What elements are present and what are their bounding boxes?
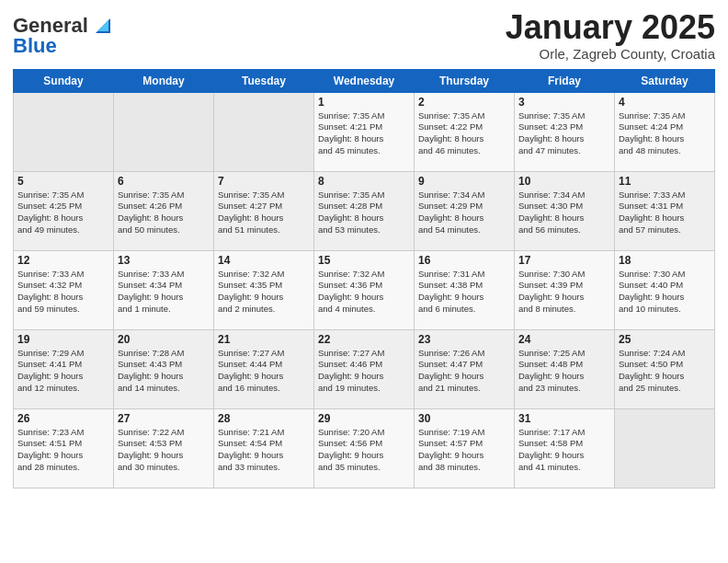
calendar-table: Sunday Monday Tuesday Wednesday Thursday… [13,69,715,488]
cell-info: Sunrise: 7:35 AM Sunset: 4:26 PM Dayligh… [118,190,210,236]
calendar-cell [615,408,715,488]
day-number: 1 [318,96,410,109]
day-number: 27 [118,412,210,425]
calendar-cell: 13Sunrise: 7:33 AM Sunset: 4:34 PM Dayli… [114,250,214,329]
day-number: 7 [218,175,310,188]
day-number: 16 [418,254,510,267]
cell-info: Sunrise: 7:33 AM Sunset: 4:31 PM Dayligh… [619,190,711,236]
location: Orle, Zagreb County, Croatia [506,46,715,62]
calendar-cell: 27Sunrise: 7:22 AM Sunset: 4:53 PM Dayli… [114,408,214,488]
week-row-4: 19Sunrise: 7:29 AM Sunset: 4:41 PM Dayli… [14,329,715,408]
day-number: 26 [17,412,109,425]
day-number: 2 [418,96,510,109]
day-number: 15 [318,254,410,267]
day-number: 20 [118,333,210,346]
calendar-cell: 10Sunrise: 7:34 AM Sunset: 4:30 PM Dayli… [515,171,615,250]
col-friday: Friday [515,69,615,92]
cell-info: Sunrise: 7:35 AM Sunset: 4:27 PM Dayligh… [218,190,310,236]
cell-info: Sunrise: 7:33 AM Sunset: 4:32 PM Dayligh… [17,269,109,316]
calendar-cell: 31Sunrise: 7:17 AM Sunset: 4:58 PM Dayli… [515,408,615,488]
week-row-2: 5Sunrise: 7:35 AM Sunset: 4:25 PM Daylig… [14,171,715,250]
page-container: General Blue January 2025 Orle, Zagreb C… [0,0,728,501]
day-number: 28 [218,412,310,425]
col-saturday: Saturday [615,69,715,92]
cell-info: Sunrise: 7:30 AM Sunset: 4:39 PM Dayligh… [518,269,610,316]
cell-info: Sunrise: 7:26 AM Sunset: 4:47 PM Dayligh… [418,348,510,395]
day-number: 13 [118,254,210,267]
calendar-cell: 6Sunrise: 7:35 AM Sunset: 4:26 PM Daylig… [114,171,214,250]
day-number: 22 [318,333,410,346]
cell-info: Sunrise: 7:31 AM Sunset: 4:38 PM Dayligh… [418,269,510,316]
week-row-3: 12Sunrise: 7:33 AM Sunset: 4:32 PM Dayli… [14,250,715,329]
calendar-header: Sunday Monday Tuesday Wednesday Thursday… [14,69,715,92]
cell-info: Sunrise: 7:34 AM Sunset: 4:30 PM Dayligh… [518,190,610,236]
cell-info: Sunrise: 7:20 AM Sunset: 4:56 PM Dayligh… [318,427,410,474]
calendar-cell: 29Sunrise: 7:20 AM Sunset: 4:56 PM Dayli… [314,408,415,488]
day-number: 8 [318,175,410,188]
day-number: 21 [218,333,310,346]
calendar-cell: 25Sunrise: 7:24 AM Sunset: 4:50 PM Dayli… [615,329,715,408]
cell-info: Sunrise: 7:27 AM Sunset: 4:46 PM Dayligh… [318,348,410,395]
cell-info: Sunrise: 7:32 AM Sunset: 4:36 PM Dayligh… [318,269,410,316]
calendar-cell: 1Sunrise: 7:35 AM Sunset: 4:21 PM Daylig… [314,92,415,171]
day-number: 23 [418,333,510,346]
calendar-cell: 9Sunrise: 7:34 AM Sunset: 4:29 PM Daylig… [415,171,515,250]
cell-info: Sunrise: 7:35 AM Sunset: 4:28 PM Dayligh… [318,190,410,236]
cell-info: Sunrise: 7:27 AM Sunset: 4:44 PM Dayligh… [218,348,310,395]
day-number: 29 [318,412,410,425]
calendar-cell: 23Sunrise: 7:26 AM Sunset: 4:47 PM Dayli… [415,329,515,408]
day-number: 9 [418,175,510,188]
calendar-cell: 24Sunrise: 7:25 AM Sunset: 4:48 PM Dayli… [515,329,615,408]
cell-info: Sunrise: 7:23 AM Sunset: 4:51 PM Dayligh… [17,427,109,474]
calendar-cell: 17Sunrise: 7:30 AM Sunset: 4:39 PM Dayli… [515,250,615,329]
day-number: 3 [518,96,610,109]
day-number: 10 [518,175,610,188]
day-number: 12 [17,254,109,267]
title-block: January 2025 Orle, Zagreb County, Croati… [506,9,715,62]
calendar-cell: 22Sunrise: 7:27 AM Sunset: 4:46 PM Dayli… [314,329,415,408]
calendar-cell: 14Sunrise: 7:32 AM Sunset: 4:35 PM Dayli… [214,250,314,329]
cell-info: Sunrise: 7:35 AM Sunset: 4:21 PM Dayligh… [318,110,410,157]
calendar-cell: 21Sunrise: 7:27 AM Sunset: 4:44 PM Dayli… [214,329,314,408]
day-number: 31 [518,412,610,425]
week-row-1: 1Sunrise: 7:35 AM Sunset: 4:21 PM Daylig… [14,92,715,171]
cell-info: Sunrise: 7:22 AM Sunset: 4:53 PM Dayligh… [118,427,210,474]
header: General Blue January 2025 Orle, Zagreb C… [13,9,715,62]
day-number: 6 [118,175,210,188]
day-number: 30 [418,412,510,425]
day-number: 14 [218,254,310,267]
cell-info: Sunrise: 7:34 AM Sunset: 4:29 PM Dayligh… [418,190,510,236]
cell-info: Sunrise: 7:29 AM Sunset: 4:41 PM Dayligh… [17,348,109,395]
day-number: 4 [619,96,711,109]
cell-info: Sunrise: 7:33 AM Sunset: 4:34 PM Dayligh… [118,269,210,316]
cell-info: Sunrise: 7:30 AM Sunset: 4:40 PM Dayligh… [619,269,711,316]
day-number: 18 [619,254,711,267]
calendar-cell [114,92,214,171]
col-monday: Monday [114,69,214,92]
cell-info: Sunrise: 7:21 AM Sunset: 4:54 PM Dayligh… [218,427,310,474]
week-row-5: 26Sunrise: 7:23 AM Sunset: 4:51 PM Dayli… [14,408,715,488]
calendar-cell: 3Sunrise: 7:35 AM Sunset: 4:23 PM Daylig… [515,92,615,171]
cell-info: Sunrise: 7:25 AM Sunset: 4:48 PM Dayligh… [518,348,610,395]
calendar-cell: 26Sunrise: 7:23 AM Sunset: 4:51 PM Dayli… [14,408,114,488]
calendar-cell: 18Sunrise: 7:30 AM Sunset: 4:40 PM Dayli… [615,250,715,329]
month-title: January 2025 [506,9,715,46]
cell-info: Sunrise: 7:28 AM Sunset: 4:43 PM Dayligh… [118,348,210,395]
calendar-cell: 2Sunrise: 7:35 AM Sunset: 4:22 PM Daylig… [415,92,515,171]
calendar-cell: 19Sunrise: 7:29 AM Sunset: 4:41 PM Dayli… [14,329,114,408]
logo-blue-text: Blue [13,35,57,57]
col-wednesday: Wednesday [314,69,415,92]
day-number: 5 [17,175,109,188]
col-tuesday: Tuesday [214,69,314,92]
col-sunday: Sunday [14,69,114,92]
calendar-cell: 7Sunrise: 7:35 AM Sunset: 4:27 PM Daylig… [214,171,314,250]
calendar-cell [14,92,114,171]
cell-info: Sunrise: 7:19 AM Sunset: 4:57 PM Dayligh… [418,427,510,474]
day-number: 17 [518,254,610,267]
day-number: 19 [17,333,109,346]
cell-info: Sunrise: 7:17 AM Sunset: 4:58 PM Dayligh… [518,427,610,474]
logo-triangle-icon [90,13,116,39]
header-row: Sunday Monday Tuesday Wednesday Thursday… [14,69,715,92]
day-number: 24 [518,333,610,346]
calendar-cell: 4Sunrise: 7:35 AM Sunset: 4:24 PM Daylig… [615,92,715,171]
